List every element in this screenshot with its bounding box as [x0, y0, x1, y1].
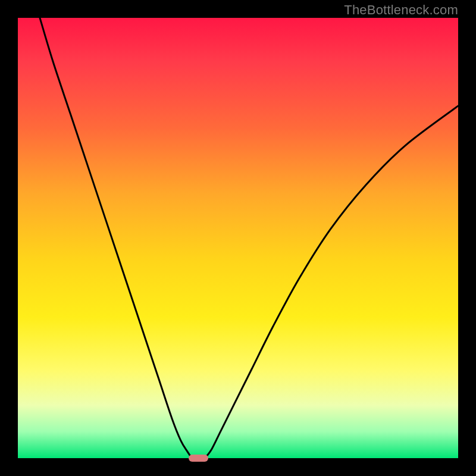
curve-left-branch — [40, 18, 192, 458]
chart-frame: TheBottleneck.com — [0, 0, 476, 476]
plot-area — [18, 18, 458, 458]
watermark-text: TheBottleneck.com — [344, 2, 458, 18]
bottleneck-curve — [18, 18, 458, 458]
curve-right-branch — [205, 106, 459, 458]
vertex-marker — [189, 455, 208, 462]
